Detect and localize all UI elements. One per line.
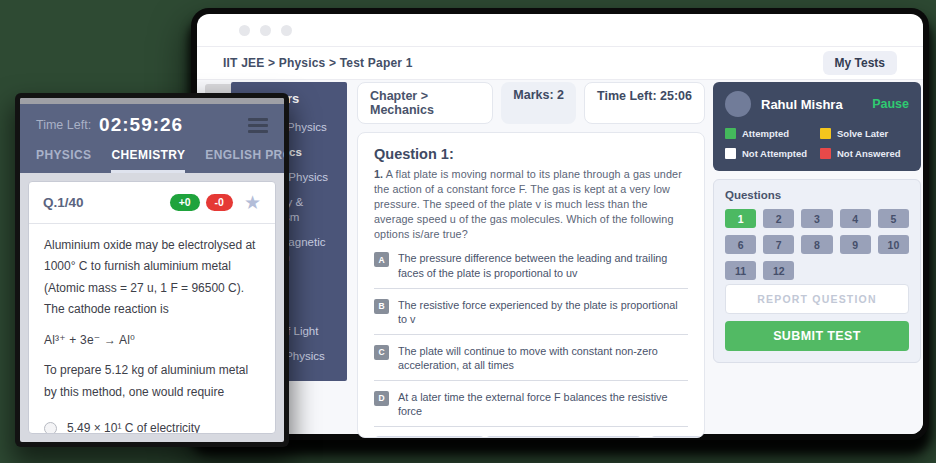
tab-english-proficiency[interactable]: ENGLISH PROFICIENCY [205,148,284,173]
submit-test-button[interactable]: SUBMIT TEST [725,321,909,351]
phone-body: Q.1/40 +0 -0 ★ Aluminium oxide may be el… [20,173,284,443]
question-cell-4[interactable]: 4 [840,209,871,228]
footer-right-group: Solve this question later Save & Next [485,436,705,438]
questions-panel: Questions 1 2 3 4 5 6 7 8 9 10 11 12 REP… [713,179,921,363]
attempted-label: Attempted [742,128,789,139]
not-attempted-swatch [725,148,736,159]
option-d-letter: D [374,391,389,406]
option-d[interactable]: D At a later time the external force F b… [374,390,688,427]
question-body: A flat plate is moving normal to its pla… [374,168,682,240]
question-cell-5[interactable]: 5 [878,209,909,228]
not-answered-swatch [820,148,831,159]
phone-option-1-text: 5.49 × 10¹ C of electricity [67,418,200,434]
positive-marks-badge: +0 [170,194,200,211]
subject-tabs: PHYSICS CHEMISTRY ENGLISH PROFICIENCY [36,148,268,173]
question-cell-11[interactable]: 11 [725,261,756,280]
question-number-grid: 1 2 3 4 5 6 7 8 9 10 11 12 [725,209,909,280]
solve-later-button[interactable]: Solve this question later [485,436,642,438]
option-a-text: The pressure difference between the lead… [398,251,688,280]
option-a[interactable]: A The pressure difference between the le… [374,251,688,288]
not-answered-label: Not Answered [837,148,901,159]
breadcrumb-bar: IIT JEE > Physics > Test Paper 1 My Test… [197,47,923,80]
option-b[interactable]: B The resistive force experienced by the… [374,298,688,335]
mobile-test-panel: Time Left: 02:59:26 PHYSICS CHEMISTRY EN… [20,98,284,442]
option-b-text: The resistive force experienced by the p… [398,298,688,327]
phone-option-1[interactable]: 5.49 × 10¹ C of electricity [44,418,260,434]
phone-question-header: Q.1/40 +0 -0 ★ [29,182,275,224]
question-cell-9[interactable]: 9 [840,235,871,254]
solve-later-label: Solve Later [837,128,888,139]
question-card: Question 1: 1. A flat plate is moving no… [357,132,705,438]
time-left-badge: Time Left: 25:06 [584,82,705,124]
phone-question-card: Q.1/40 +0 -0 ★ Aluminium oxide may be el… [28,181,276,435]
negative-marks-badge: -0 [206,194,233,211]
phone-header: Time Left: 02:59:26 PHYSICS CHEMISTRY EN… [20,104,284,173]
tab-chemistry[interactable]: CHEMISTRY [111,148,185,173]
question-cell-2[interactable]: 2 [763,209,794,228]
question-cell-6[interactable]: 6 [725,235,756,254]
right-panel: Rahul Mishra Pause Attempted Solve Later… [713,82,921,363]
phone-timer-row: Time Left: 02:59:26 [36,114,268,137]
attempted-swatch [725,128,736,139]
questions-panel-title: Questions [725,189,909,201]
report-question-button[interactable]: REPORT QUESTION [725,284,909,314]
bookmark-star-icon[interactable]: ★ [244,193,261,212]
legend-solve-later: Solve Later [820,128,909,139]
status-legend: Attempted Solve Later Not Attempted Not … [725,128,909,159]
user-row: Rahul Mishra Pause [725,91,909,117]
window-close-button[interactable] [239,25,250,36]
question-text: 1. A flat plate is moving normal to its … [374,167,688,241]
desktop-window: IIT JEE > Physics > Test Paper 1 My Test… [197,14,923,434]
time-left-value: 02:59:26 [99,114,183,136]
question-counter: Q.1/40 [43,195,84,210]
phone-question-text-1: Aluminium oxide may be electrolysed at 1… [44,235,260,321]
window-controls [239,25,292,36]
legend-not-attempted: Not Attempted [725,148,814,159]
question-cell-7[interactable]: 7 [763,235,794,254]
save-next-button[interactable]: Save & Next [650,436,705,438]
pause-button[interactable]: Pause [872,97,909,111]
chapter-breadcrumb: Chapter > Mechanics [357,82,493,124]
option-c-text: The plate will continue to move with con… [398,344,688,373]
question-cell-12[interactable]: 12 [763,261,794,280]
window-minimize-button[interactable] [260,25,271,36]
radio-button-1[interactable] [44,422,57,434]
main-content: Chapters General Physics Mechanics Therm… [197,80,923,434]
question-number-prefix: 1. [374,168,383,180]
option-a-letter: A [374,252,389,267]
question-cell-10[interactable]: 10 [878,235,909,254]
option-d-text: At a later time the external force F bal… [398,390,688,419]
user-name: Rahul Mishra [761,97,843,112]
window-maximize-button[interactable] [281,25,292,36]
solve-later-swatch [820,128,831,139]
phone-question-content: Aluminium oxide may be electrolysed at 1… [29,224,275,435]
clear-response-button[interactable]: Clear Response [374,436,485,438]
marks-badge: Marks: 2 [501,82,576,124]
avatar [725,91,751,117]
question-footer: Clear Response Solve this question later… [374,436,688,438]
user-card: Rahul Mishra Pause Attempted Solve Later… [713,82,921,171]
question-topbar: Chapter > Mechanics Marks: 2 Time Left: … [357,82,705,124]
tab-physics[interactable]: PHYSICS [36,148,91,173]
question-cell-3[interactable]: 3 [801,209,832,228]
window-titlebar [197,14,923,47]
breadcrumb[interactable]: IIT JEE > Physics > Test Paper 1 [223,56,413,70]
my-tests-button[interactable]: My Tests [823,51,897,75]
hamburger-menu-icon[interactable] [248,114,268,137]
question-heading: Question 1: [374,146,688,162]
option-c-letter: C [374,345,389,360]
question-column: Chapter > Mechanics Marks: 2 Time Left: … [357,82,705,438]
marks-badges: +0 -0 ★ [170,193,261,212]
phone-question-text-2: To prepare 5.12 kg of aluminium metal by… [44,360,260,403]
legend-not-answered: Not Answered [820,148,909,159]
question-cell-8[interactable]: 8 [801,235,832,254]
not-attempted-label: Not Attempted [742,148,807,159]
option-b-letter: B [374,299,389,314]
time-left-label: Time Left: [36,118,91,132]
question-cell-1[interactable]: 1 [725,209,756,228]
cathode-reaction-formula: Al³⁺ + 3e⁻ → Al⁰ [44,330,260,352]
legend-attempted: Attempted [725,128,814,139]
phone-options-list: 5.49 × 10¹ C of electricity 5.49 × 10⁴ C… [44,418,260,434]
option-c[interactable]: C The plate will continue to move with c… [374,344,688,381]
options-list: A The pressure difference between the le… [374,251,688,427]
